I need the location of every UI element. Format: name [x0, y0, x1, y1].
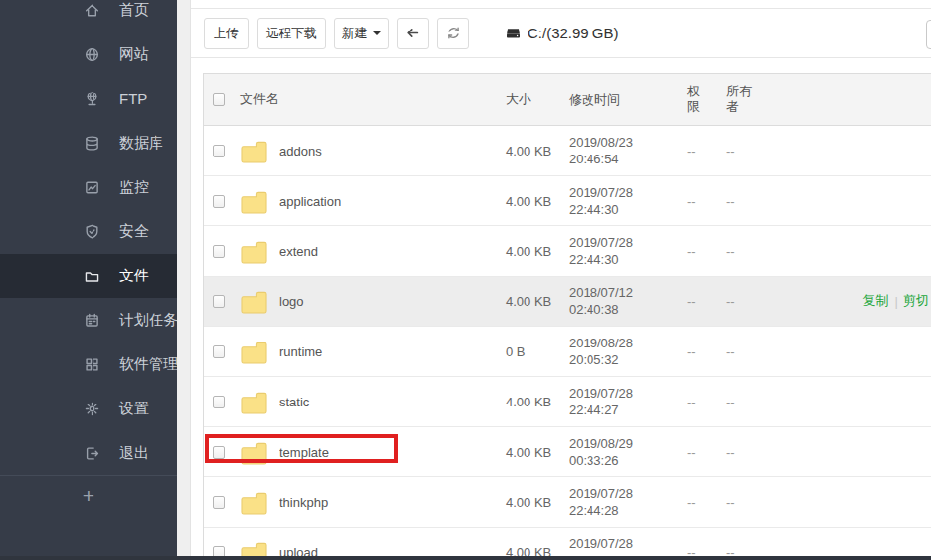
file-name[interactable]: extend — [279, 244, 318, 259]
table-header-row: 文件名 大小 修改时间 权限 所有者 — [204, 74, 931, 125]
table-row[interactable]: logo 4.00 KB 2018/07/12 02:40:38 -- -- 复… — [204, 276, 931, 326]
cut-link[interactable]: 剪切 — [903, 292, 929, 310]
file-perm: -- — [685, 395, 724, 409]
mtime-date: 2019/07/28 — [569, 485, 685, 502]
file-mtime: 2019/07/28 22:44:28 — [567, 485, 685, 519]
gear-icon — [84, 401, 100, 417]
row-checkbox[interactable] — [213, 245, 225, 258]
sidebar-item-logout[interactable]: 退出 — [0, 431, 177, 475]
file-size: 4.00 KB — [504, 445, 567, 460]
mtime-time: 00:33:26 — [569, 452, 685, 468]
sidebar-item-label: 数据库 — [119, 134, 163, 153]
mtime-time: 22:44:27 — [569, 402, 685, 418]
table-row[interactable]: static 4.00 KB 2019/07/28 22:44:27 -- -- — [204, 376, 931, 426]
table-row[interactable]: template 4.00 KB 2019/08/29 00:33:26 -- … — [204, 426, 931, 476]
mtime-time: 22:44:30 — [569, 251, 685, 268]
grid-icon — [84, 356, 100, 373]
table-row[interactable]: upload 4.00 KB 2019/07/28 22:44:28 -- -- — [204, 527, 931, 560]
sidebar-item-label: 安全 — [119, 222, 149, 241]
file-perm: -- — [685, 344, 724, 359]
file-perm: -- — [685, 495, 724, 510]
file-mtime: 2019/07/28 22:44:30 — [567, 234, 685, 268]
path-input[interactable] — [926, 20, 931, 49]
sidebar-gutter — [177, 0, 191, 560]
header-mtime[interactable]: 修改时间 — [567, 92, 685, 108]
row-checkbox[interactable] — [213, 145, 225, 157]
header-file-name[interactable]: 文件名 — [240, 91, 279, 108]
sidebar-item-monitor[interactable]: 监控 — [0, 165, 177, 210]
header-owner[interactable]: 所有者 — [726, 84, 754, 115]
upload-button[interactable]: 上传 — [204, 18, 249, 49]
copy-link[interactable]: 复制 — [863, 292, 889, 310]
file-perm: -- — [685, 244, 724, 259]
table-row[interactable]: extend 4.00 KB 2019/07/28 22:44:30 -- -- — [204, 225, 931, 276]
file-name[interactable]: runtime — [279, 344, 322, 359]
sidebar-item-ftp[interactable]: FTP — [0, 77, 177, 121]
row-checkbox[interactable] — [213, 446, 225, 459]
main-content: 上传 远程下载 新建 C:/(32.99 GB) — [191, 0, 931, 560]
sidebar-item-label: 文件 — [119, 267, 149, 285]
table-row[interactable]: thinkphp 4.00 KB 2019/07/28 22:44:28 -- … — [204, 476, 931, 527]
file-mtime: 2018/07/12 02:40:38 — [567, 284, 685, 318]
mtime-time: 20:05:32 — [569, 351, 685, 368]
sidebar-item-files[interactable]: 文件 — [0, 254, 177, 298]
row-checkbox[interactable] — [213, 396, 225, 408]
file-name[interactable]: application — [279, 194, 341, 209]
file-size: 4.00 KB — [504, 495, 567, 510]
file-name[interactable]: static — [279, 395, 309, 409]
back-button[interactable] — [397, 18, 429, 49]
row-checkbox[interactable] — [213, 496, 225, 509]
sidebar-item-label: 退出 — [119, 444, 149, 463]
file-owner: -- — [724, 294, 764, 309]
folder-icon — [239, 390, 269, 414]
file-mtime: 2019/08/28 20:05:32 — [567, 335, 685, 368]
toolbar: 上传 远程下载 新建 C:/(32.99 GB) — [191, 8, 931, 58]
file-size: 0 B — [504, 344, 567, 359]
file-owner: -- — [724, 445, 764, 460]
file-mtime: 2019/07/28 22:44:27 — [567, 385, 685, 418]
sidebar-item-label: 网站 — [119, 45, 149, 64]
file-owner: -- — [724, 244, 764, 259]
file-name[interactable]: logo — [279, 294, 304, 309]
sidebar-item-database[interactable]: 数据库 — [0, 121, 177, 165]
sidebar-item-label: 监控 — [119, 178, 149, 197]
file-size: 4.00 KB — [504, 194, 567, 209]
file-name[interactable]: addons — [279, 144, 322, 158]
ftp-globe-icon — [84, 91, 100, 107]
file-size: 4.00 KB — [504, 144, 567, 158]
mtime-date: 2019/07/28 — [569, 184, 685, 201]
table-row[interactable]: runtime 0 B 2019/08/28 20:05:32 -- -- — [204, 326, 931, 376]
remote-download-button[interactable]: 远程下载 — [257, 18, 326, 49]
header-size[interactable]: 大小 — [504, 91, 567, 108]
row-checkbox[interactable] — [213, 195, 225, 208]
sidebar-item-label: FTP — [119, 91, 147, 107]
sidebar-item-label: 计划任务 — [119, 311, 178, 330]
sidebar-item-config[interactable]: 设置 — [0, 387, 177, 431]
mtime-date: 2019/08/23 — [569, 134, 685, 151]
select-all-checkbox[interactable] — [213, 93, 225, 106]
file-name[interactable]: thinkphp — [279, 495, 328, 510]
sidebar: 首页 网站 FTP 数据库 监控 安全 文件 计划任务 软件管理 设置 退出 + — [0, 0, 177, 560]
refresh-button[interactable] — [437, 18, 469, 49]
arrow-left-icon — [405, 26, 420, 40]
file-size: 4.00 KB — [504, 244, 567, 259]
header-perm[interactable]: 权限 — [687, 84, 702, 115]
calendar-icon — [84, 312, 100, 329]
file-perm: -- — [685, 445, 724, 460]
row-checkbox[interactable] — [213, 295, 225, 308]
row-checkbox[interactable] — [213, 345, 225, 358]
sidebar-item-home[interactable]: 首页 — [0, 0, 177, 32]
disk-selector[interactable]: C:/(32.99 GB) — [505, 25, 619, 41]
add-menu-button[interactable]: + — [0, 481, 177, 511]
table-row[interactable]: addons 4.00 KB 2019/08/23 20:46:54 -- -- — [204, 125, 931, 175]
monitor-chart-icon — [84, 179, 100, 196]
sidebar-item-site[interactable]: 网站 — [0, 32, 177, 77]
sidebar-item-security[interactable]: 安全 — [0, 210, 177, 254]
file-name[interactable]: template — [279, 445, 329, 460]
mtime-date: 2018/07/12 — [569, 284, 685, 301]
sidebar-item-cron[interactable]: 计划任务 — [0, 298, 177, 342]
sidebar-item-soft[interactable]: 软件管理 — [0, 342, 177, 387]
table-row[interactable]: application 4.00 KB 2019/07/28 22:44:30 … — [204, 175, 931, 225]
new-dropdown-button[interactable]: 新建 — [334, 18, 389, 49]
refresh-icon — [446, 26, 461, 40]
